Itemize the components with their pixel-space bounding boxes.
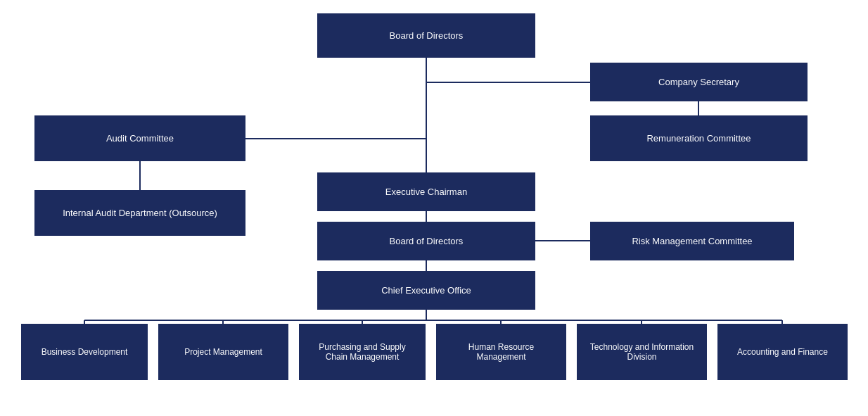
- executive-chairman-box: Executive Chairman: [317, 172, 535, 211]
- technology-box: Technology and Information Division: [577, 324, 707, 380]
- company-secretary-label: Company Secretary: [658, 77, 739, 87]
- project-mgmt-box: Project Management: [158, 324, 288, 380]
- risk-management-box: Risk Management Committee: [590, 222, 794, 260]
- chief-executive-box: Chief Executive Office: [317, 271, 535, 310]
- internal-audit-label: Internal Audit Department (Outsource): [63, 208, 217, 218]
- remuneration-committee-label: Remuneration Committee: [646, 133, 751, 144]
- board-label: Board of Directors: [390, 30, 464, 41]
- project-mgmt-label: Project Management: [184, 347, 262, 357]
- accounting-label: Accounting and Finance: [737, 347, 828, 357]
- board-directors-2-box: Board of Directors: [317, 222, 535, 260]
- org-chart: Board of Directors Company Secretary Aud…: [0, 0, 868, 416]
- board-of-directors-box: Board of Directors: [317, 13, 535, 58]
- board-directors-2-label: Board of Directors: [390, 236, 464, 246]
- chief-executive-label: Chief Executive Office: [381, 285, 471, 296]
- business-dev-label: Business Development: [42, 347, 128, 357]
- human-resource-box: Human Resource Management: [436, 324, 566, 380]
- technology-label: Technology and Information Division: [585, 342, 699, 362]
- internal-audit-box: Internal Audit Department (Outsource): [34, 190, 245, 236]
- audit-committee-label: Audit Committee: [106, 133, 174, 144]
- purchasing-box: Purchasing and Supply Chain Management: [299, 324, 426, 380]
- business-dev-box: Business Development: [21, 324, 148, 380]
- accounting-box: Accounting and Finance: [717, 324, 848, 380]
- purchasing-label: Purchasing and Supply Chain Management: [307, 342, 418, 362]
- risk-management-label: Risk Management Committee: [632, 236, 752, 246]
- audit-committee-box: Audit Committee: [34, 115, 245, 161]
- remuneration-committee-box: Remuneration Committee: [590, 115, 808, 161]
- human-resource-label: Human Resource Management: [444, 342, 559, 362]
- company-secretary-box: Company Secretary: [590, 63, 808, 101]
- executive-chairman-label: Executive Chairman: [385, 187, 467, 197]
